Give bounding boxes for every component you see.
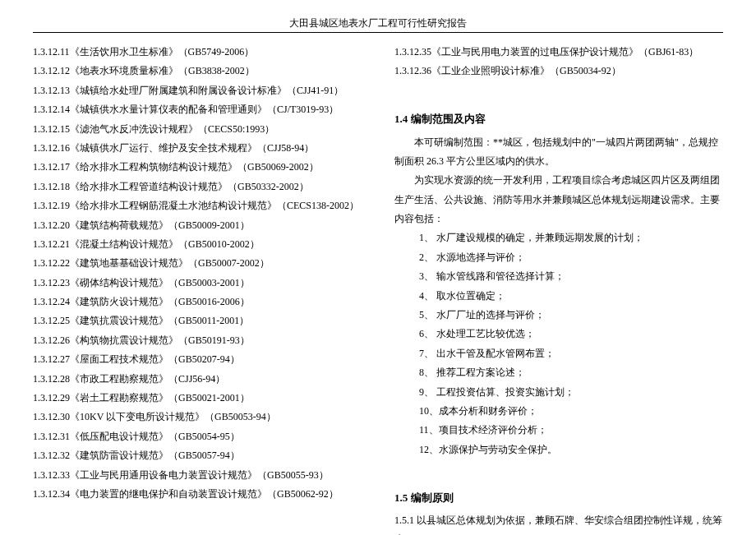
standard-item: 1.3.12.36《工业企业照明设计标准》（GB50034-92） [394, 62, 723, 81]
section-1-4-list-item: 7、 出水干管及配水管网布置； [394, 344, 723, 363]
standard-item: 1.3.12.33《工业与民用通用设备电力装置设计规范》（GB50055-93） [33, 466, 362, 485]
standard-item: 1.3.12.20《建筑结构荷载规范》（GB50009-2001） [33, 216, 362, 235]
standard-item: 1.3.12.21《混凝土结构设计规范》（GB50010-2002） [33, 235, 362, 254]
standard-item: 1.3.12.17《给水排水工程构筑物结构设计规范》（GB50069-2002） [33, 158, 362, 177]
two-column-body: 1.3.12.11《生活饮用水卫生标准》（GB5749-2006）1.3.12.… [33, 43, 723, 535]
standard-item: 1.3.12.32《建筑防雷设计规范》（GB50057-94） [33, 446, 362, 465]
right-column: 1.3.12.35《工业与民用电力装置的过电压保护设计规范》（GBJ61-83）… [394, 43, 723, 535]
standard-item: 1.3.12.23《砌体结构设计规范》（GB50003-2001） [33, 274, 362, 293]
section-1-4-list-item: 10、成本分析和财务评价； [394, 402, 723, 421]
standard-item: 1.3.12.16《城镇供水厂运行、维护及安全技术规程》（CJJ58-94） [33, 139, 362, 158]
section-1-4-list-item: 3、 输水管线路和管径选择计算； [394, 267, 723, 286]
standard-item: 1.3.12.26《构筑物抗震设计规范》（GB50191-93） [33, 331, 362, 350]
section-1-4-list-item: 12、水源保护与劳动安全保护。 [394, 440, 723, 459]
standard-item: 1.3.12.35《工业与民用电力装置的过电压保护设计规范》（GBJ61-83） [394, 43, 723, 62]
section-1-4-list-item: 4、 取水位置确定； [394, 287, 723, 306]
section-1-4-list-item: 1、 水厂建设规模的确定，并兼顾远期发展的计划； [394, 228, 723, 247]
section-1-4-list-item: 2、 水源地选择与评价； [394, 248, 723, 267]
section-1-4-para: 为实现水资源的统一开发利用，工程项目综合考虑城区四片区及两组团生产生活、公共设施… [394, 171, 723, 228]
standard-item: 1.3.12.29《岩土工程勘察规范》（GB50021-2001） [33, 389, 362, 408]
standard-item: 1.3.12.28《市政工程勘察规范》（CJJ56-94） [33, 370, 362, 389]
standard-item: 1.3.12.30《10KV 以下变电所设计规范》（GB50053-94） [33, 408, 362, 427]
standard-item: 1.3.12.25《建筑抗震设计规范》（GB50011-2001） [33, 311, 362, 330]
section-1-4-list-item: 9、 工程投资估算、投资实施计划； [394, 383, 723, 402]
standard-item: 1.3.12.14《城镇供水水量计算仪表的配备和管理通则》（CJ/T3019-9… [33, 100, 362, 119]
header-title: 大田县城区地表水厂工程可行性研究报告 [289, 17, 467, 29]
standard-item: 1.3.12.34《电力装置的继电保护和自动装置设计规范》（GB50062-92… [33, 485, 362, 504]
standard-item: 1.3.12.18《给水排水工程管道结构设计规范》（GB50332-2002） [33, 178, 362, 196]
section-1-5-para: 1.5.1 以县城区总体规划为依据，兼顾石牌、华安综合组团控制性详规，统筹水 [394, 511, 723, 535]
section-1-4-list-item: 8、 推荐工程方案论述； [394, 363, 723, 382]
standard-item: 1.3.12.19《给水排水工程钢筋混凝土水池结构设计规范》（CECS138-2… [33, 196, 362, 215]
standard-item: 1.3.12.15《滤池气水反冲洗设计规程》（CECS50:1993） [33, 120, 362, 139]
standard-item: 1.3.12.24《建筑防火设计规范》（GB50016-2006） [33, 293, 362, 311]
section-1-4-list-item: 6、 水处理工艺比较优选； [394, 325, 723, 344]
standard-item: 1.3.12.12《地表水环境质量标准》（GB3838-2002） [33, 62, 362, 81]
standard-item: 1.3.12.13《城镇给水处理厂附属建筑和附属设备设计标准》（CJJ41-91… [33, 81, 362, 100]
section-1-4-para: 本可研编制范围：**城区，包括规划中的"一城四片两团两轴"，总规控制面积 26.… [394, 133, 723, 172]
standard-item: 1.3.12.11《生活饮用水卫生标准》（GB5749-2006） [33, 43, 362, 62]
standard-item: 1.3.12.31《低压配电设计规范》（GB50054-95） [33, 427, 362, 446]
section-1-4-list-item: 5、 水厂厂址的选择与评价； [394, 306, 723, 325]
standard-item: 1.3.12.22《建筑地基基础设计规范》（GB50007-2002） [33, 254, 362, 273]
left-column: 1.3.12.11《生活饮用水卫生标准》（GB5749-2006）1.3.12.… [33, 43, 362, 535]
section-1-5-title: 1.5 编制原则 [394, 487, 723, 508]
section-1-4-title: 1.4 编制范围及内容 [394, 108, 723, 129]
section-1-4-list-item: 11、项目技术经济评价分析； [394, 421, 723, 440]
standard-item: 1.3.12.27《屋面工程技术规范》（GB50207-94） [33, 350, 362, 369]
page-header: 大田县城区地表水厂工程可行性研究报告 [33, 16, 723, 33]
